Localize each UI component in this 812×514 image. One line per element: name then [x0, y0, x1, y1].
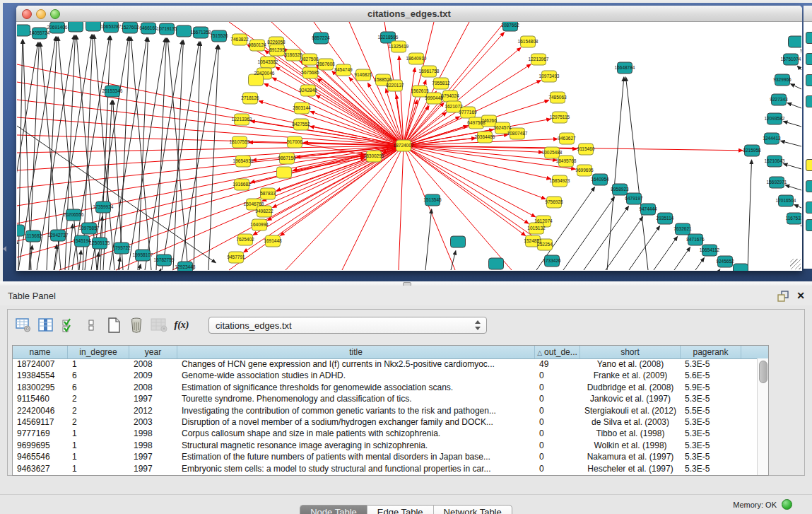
window-resize-grip[interactable]	[790, 259, 801, 269]
column-header-name[interactable]: name	[13, 346, 68, 358]
close-panel-icon[interactable]: ✕	[794, 288, 807, 303]
cell-short[interactable]: Hescheler et al. (1997)	[580, 463, 681, 474]
cell-name[interactable]: 9465546	[13, 451, 68, 462]
cell-title[interactable]: Embryonic stem cells: a model to study s…	[177, 463, 535, 474]
float-panel-icon[interactable]	[776, 289, 790, 303]
memory-status-indicator[interactable]	[782, 499, 792, 510]
graph-node[interactable]	[489, 258, 504, 269]
cell-out-de-[interactable]: 0	[535, 370, 580, 381]
cell-short[interactable]: Dudbridge et al. (2008)	[580, 382, 681, 393]
graph-node[interactable]	[789, 36, 802, 47]
column-header-out-de-[interactable]: △out_de...	[535, 346, 580, 358]
cell-out-de-[interactable]: 0	[535, 440, 580, 451]
graph-node[interactable]	[451, 236, 466, 247]
delete-rows-trash-button[interactable]	[125, 315, 148, 336]
graph-node[interactable]	[69, 22, 83, 32]
cell-year[interactable]: 1997	[129, 393, 177, 404]
graph-node[interactable]	[17, 25, 30, 36]
table-row[interactable]: 969969511998Structural magnetic resonanc…	[13, 440, 758, 451]
cell-year[interactable]: 2012	[129, 405, 177, 416]
graph-node[interactable]	[17, 225, 25, 236]
cell-in-degree[interactable]: 1	[68, 463, 129, 474]
cell-year[interactable]: 1997	[129, 451, 177, 462]
cell-short[interactable]: de Silva et al. (2003)	[580, 416, 681, 428]
cell-in-degree[interactable]: 2	[68, 405, 129, 416]
cell-pagerank[interactable]: 5.3E-5	[681, 428, 741, 439]
panel-collapse-arrow-icon[interactable]	[3, 246, 6, 252]
column-header-year[interactable]: year	[129, 346, 177, 358]
column-header-in-degree[interactable]: in_degree	[68, 346, 129, 358]
cell-in-degree[interactable]: 1	[68, 451, 129, 462]
cell-name[interactable]: 9115460	[13, 393, 68, 404]
cell-in-degree[interactable]: 1	[68, 358, 129, 370]
cell-in-degree[interactable]: 1	[68, 440, 129, 451]
cell-pagerank[interactable]: 5.5E-5	[681, 405, 741, 416]
table-row[interactable]: 911546021997Tourette syndrome. Phenomeno…	[13, 393, 758, 404]
cell-name[interactable]: 18300295	[13, 382, 68, 393]
cell-year[interactable]: 2008	[129, 358, 177, 370]
network-canvas[interactable]: 1405572420691406106532871527602646616110…	[17, 22, 801, 271]
cell-in-degree[interactable]: 2	[68, 393, 129, 404]
cell-pagerank[interactable]: 5.3E-5	[681, 440, 741, 451]
cell-year[interactable]: 2009	[129, 370, 177, 381]
table-row[interactable]: 1938455462009Genome-wide association stu…	[13, 370, 758, 381]
cell-title[interactable]: Estimation of the future numbers of pati…	[177, 451, 535, 462]
select-all-checks-button[interactable]	[57, 315, 80, 336]
cell-title[interactable]: Tourette syndrome. Phenomenology and cla…	[177, 393, 535, 404]
graph-node[interactable]	[277, 167, 292, 178]
cell-in-degree[interactable]: 6	[68, 370, 129, 381]
graph-node[interactable]	[249, 74, 264, 86]
cell-name[interactable]: 22420046	[13, 405, 68, 416]
cell-title[interactable]: Investigating the contribution of common…	[177, 405, 535, 416]
table-settings-button[interactable]	[12, 315, 35, 336]
cell-title[interactable]: Corpus callosum shape and size in male p…	[177, 428, 535, 439]
cell-out-de-[interactable]: 0	[535, 416, 580, 428]
cell-pagerank[interactable]: 5.3E-5	[681, 463, 741, 474]
function-builder-button[interactable]: f(x)	[170, 315, 193, 336]
cell-out-de-[interactable]: 49	[535, 358, 580, 370]
cell-pagerank[interactable]: 5.3E-5	[681, 416, 741, 428]
cell-out-de-[interactable]: 0	[535, 463, 580, 474]
column-header-short[interactable]: short	[580, 346, 681, 358]
cell-short[interactable]: Franke et al. (2009)	[580, 370, 681, 381]
cell-short[interactable]: Wolkin et al. (1998)	[580, 440, 681, 451]
cell-year[interactable]: 2003	[129, 416, 177, 428]
column-header-title[interactable]: title	[177, 346, 535, 358]
table-row[interactable]: 1830029562008Estimation of significance …	[13, 382, 758, 393]
table-vertical-scrollbar[interactable]	[757, 358, 768, 475]
cell-short[interactable]: Yano et al. (2008)	[580, 358, 681, 370]
cell-out-de-[interactable]: 0	[535, 451, 580, 462]
show-columns-button[interactable]	[35, 315, 57, 336]
cell-out-de-[interactable]: 0	[535, 382, 580, 393]
cell-title[interactable]: Disruption of a novel member of a sodium…	[177, 416, 535, 428]
cell-title[interactable]: Structural magnetic resonance image aver…	[177, 440, 535, 451]
cell-title[interactable]: Estimation of significance thresholds fo…	[177, 382, 535, 393]
cell-in-degree[interactable]: 2	[68, 416, 129, 428]
network-window-titlebar[interactable]: citations_edges.txt	[16, 6, 802, 22]
cell-title[interactable]: Genome-wide association studies in ADHD.	[177, 370, 535, 381]
cell-pagerank[interactable]: 5.9E-5	[681, 382, 741, 393]
cell-short[interactable]: Nakamura et al. (1997)	[580, 451, 681, 462]
cell-pagerank[interactable]: 5.3E-5	[681, 393, 741, 404]
table-select-dropdown[interactable]: citations_edges.txt	[208, 317, 487, 334]
cell-name[interactable]: 9777169	[13, 428, 68, 439]
cell-short[interactable]: Jankovic et al. (1997)	[580, 393, 681, 404]
scrollbar-thumb[interactable]	[759, 361, 767, 383]
cell-name[interactable]: 18724007	[13, 358, 68, 370]
cell-out-de-[interactable]: 0	[535, 393, 580, 404]
table-row[interactable]: 946362711997Embryonic stem cells: a mode…	[13, 463, 758, 474]
cell-short[interactable]: Stergiakouli et al. (2012)	[580, 405, 681, 416]
cell-pagerank[interactable]: 5.3E-5	[681, 358, 741, 370]
table-row[interactable]: 977716911998Corpus callosum shape and si…	[13, 428, 758, 439]
cell-year[interactable]: 1997	[129, 463, 177, 474]
table-row[interactable]: 946554611997Estimation of the future num…	[13, 451, 758, 462]
new-table-button[interactable]	[102, 315, 125, 336]
cell-out-de-[interactable]: 0	[535, 428, 580, 439]
cell-in-degree[interactable]: 1	[68, 428, 129, 439]
table-row[interactable]: 1456911722003Disruption of a novel membe…	[13, 416, 758, 428]
unselect-rows-button[interactable]	[80, 315, 102, 336]
table-row[interactable]: 2242004622012Investigating the contribut…	[13, 405, 758, 416]
cell-name[interactable]: 9699695	[13, 440, 68, 451]
column-header-pagerank[interactable]: pagerank	[681, 346, 741, 358]
citation-network-graph[interactable]: 1405572420691406106532871527602646616110…	[17, 22, 801, 271]
